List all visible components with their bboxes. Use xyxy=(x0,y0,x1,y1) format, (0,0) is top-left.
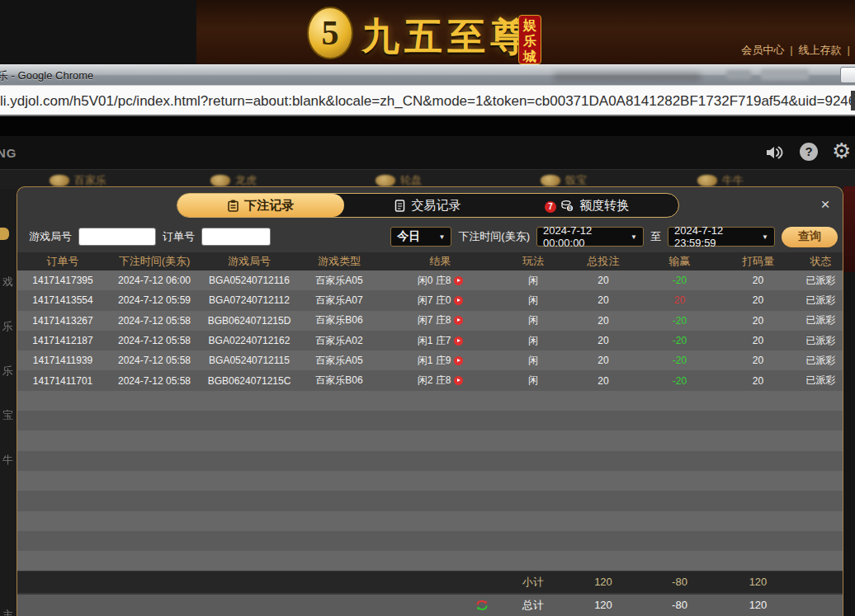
replay-play-icon[interactable] xyxy=(454,336,463,346)
cell-result: 闲7 庄0 xyxy=(380,294,500,308)
link-separator: | xyxy=(790,44,792,56)
site-logo-badge: 娱 乐 城 xyxy=(518,15,541,64)
column-header: 输赢 xyxy=(640,254,719,269)
game-round-label: 游戏局号 xyxy=(29,229,72,244)
svg-text:0: 0 xyxy=(569,205,572,211)
cell-bet: 20 xyxy=(566,294,640,306)
address-bar-url[interactable]: li.ydjol.com/h5V01/pc/index.html?return=… xyxy=(0,93,855,110)
time-from-select[interactable]: 2024-7-12 00:00:00 ▼ xyxy=(536,227,644,247)
tab-quota-transfer[interactable]: 0 额度转换 xyxy=(512,194,678,217)
cell-win: -20 xyxy=(640,275,719,286)
cell-round: BGA05240712116 xyxy=(201,275,298,286)
cell-game: 百家乐A02 xyxy=(298,334,380,348)
badge-char: 城 xyxy=(523,49,536,64)
result-text: 闲7 庄0 xyxy=(418,294,451,306)
urlbar-edge-fragment xyxy=(851,91,855,111)
empty-table-row xyxy=(17,430,843,450)
browser-titlebar[interactable]: 乐 - Google Chrome xyxy=(0,64,855,85)
cell-turnover: 20 xyxy=(719,275,797,286)
time-to-select[interactable]: 2024-7-12 23:59:59 ▼ xyxy=(668,227,775,247)
column-header: 游戏类型 xyxy=(298,254,380,269)
date-range-select[interactable]: 今日 ▼ xyxy=(390,227,451,247)
column-header: 结果 xyxy=(380,254,500,269)
cell-bet: 20 xyxy=(566,315,640,327)
replay-play-icon[interactable] xyxy=(454,376,463,385)
total-win: -80 xyxy=(640,599,719,611)
cell-play: 闲 xyxy=(500,374,566,388)
sidebar-icon-fragment xyxy=(0,228,9,240)
cell-round: BGA07240712112 xyxy=(201,294,298,306)
game-round-input[interactable] xyxy=(78,228,156,246)
clipboard-icon xyxy=(228,200,239,212)
cell-play: 闲 xyxy=(500,354,566,368)
cell-play: 闲 xyxy=(500,274,566,288)
cell-status: 已派彩 xyxy=(797,313,843,327)
table-row: 141714135542024-7-12 05:59BGA07240712112… xyxy=(17,290,843,310)
badge-char: 乐 xyxy=(523,34,536,49)
cell-status: 已派彩 xyxy=(797,334,843,348)
badge-char: 娱 xyxy=(523,18,536,33)
search-button[interactable]: 查询 xyxy=(782,227,838,247)
column-header: 下注时间(美东) xyxy=(108,254,201,269)
cell-game: 百家乐B06 xyxy=(298,313,380,327)
cell-bet: 20 xyxy=(566,275,640,286)
game-logo-fragment: NG xyxy=(0,146,17,160)
tab-bet-records[interactable]: 下注记录 xyxy=(177,194,344,217)
cell-time: 2024-7-12 05:59 xyxy=(108,294,201,306)
replay-play-icon[interactable] xyxy=(454,356,463,365)
gear-icon[interactable]: ⚙ xyxy=(832,139,851,164)
sidebar-glyph-fragment: 乐 xyxy=(2,364,13,379)
cell-order_id: 14171417395 xyxy=(17,275,108,286)
site-logo-title: 九五至尊 xyxy=(361,12,533,63)
cell-win: -20 xyxy=(640,315,719,327)
link-member-center[interactable]: 会员中心 xyxy=(741,44,784,56)
sidebar-glyph-fragment: 牛 xyxy=(2,453,13,468)
subtotal-bet: 120 xyxy=(566,576,640,588)
sidebar-glyph-fragment: 宝 xyxy=(2,408,13,423)
replay-play-icon[interactable] xyxy=(454,276,463,285)
filter-row: 游戏局号 订单号 今日 ▼ 下注时间(美东) 2024-7-12 00:00:0… xyxy=(17,223,843,250)
tab-label: 下注记录 xyxy=(244,198,294,214)
chevron-down-icon: ▼ xyxy=(438,233,445,241)
replay-play-icon[interactable] xyxy=(454,316,463,325)
window-minimize-button-fragment[interactable] xyxy=(840,67,855,83)
empty-table-row xyxy=(17,471,843,491)
chevron-down-icon: ▼ xyxy=(631,233,637,241)
speaker-icon[interactable] xyxy=(764,143,784,162)
empty-table-row xyxy=(17,391,843,411)
black-gap xyxy=(0,116,855,136)
cell-result: 闲7 庄8 xyxy=(380,313,500,327)
column-header: 游戏局号 xyxy=(201,254,298,269)
help-icon[interactable]: ? xyxy=(800,143,818,161)
replay-play-icon[interactable] xyxy=(454,296,463,305)
order-label: 订单号 xyxy=(163,229,195,244)
tab-transaction-records[interactable]: 交易记录 xyxy=(344,194,511,217)
column-header: 总投注 xyxy=(566,254,640,269)
modal-tabbar: 下注记录 交易记录 0 额度转换 xyxy=(177,193,679,218)
lobby-right-maroon-fragment xyxy=(843,186,855,272)
site-header: 5 九五至尊 娱 乐 城 会员中心|线上存款|线 xyxy=(0,0,855,64)
screen: 5 九五至尊 娱 乐 城 会员中心|线上存款|线 乐 - Google Chro… xyxy=(0,0,855,616)
cell-time: 2024-7-12 05:58 xyxy=(108,375,201,387)
titlebar-blur-artifact xyxy=(726,70,751,79)
table-row: 141714121872024-7-12 05:58BGA02240712162… xyxy=(17,331,843,350)
game-category-icon xyxy=(541,175,560,186)
table-row: 141714173952024-7-12 06:00BGA05240712116… xyxy=(17,270,843,290)
cell-play: 闲 xyxy=(500,294,566,308)
site-top-links: 会员中心|线上存款|线 xyxy=(741,43,855,58)
column-header: 状态 xyxy=(797,254,843,269)
cell-result: 闲0 庄8 xyxy=(380,274,500,288)
chevron-down-icon: ▼ xyxy=(762,233,768,241)
order-input[interactable] xyxy=(201,228,271,246)
to-label: 至 xyxy=(650,229,661,244)
result-text: 闲1 庄7 xyxy=(418,335,451,346)
cell-status: 已派彩 xyxy=(797,294,843,308)
refresh-icon[interactable] xyxy=(475,599,489,612)
link-online-deposit[interactable]: 线上存款 xyxy=(799,44,842,56)
total-label: 总计 xyxy=(500,598,566,613)
table-rows: 141714173952024-7-12 06:00BGA05240712116… xyxy=(17,270,843,571)
browser-urlbar[interactable]: li.ydjol.com/h5V01/pc/index.html?return=… xyxy=(0,85,855,116)
close-icon[interactable]: × xyxy=(816,195,834,214)
column-header: 玩法 xyxy=(500,254,566,269)
result-text: 闲1 庄9 xyxy=(418,355,451,366)
